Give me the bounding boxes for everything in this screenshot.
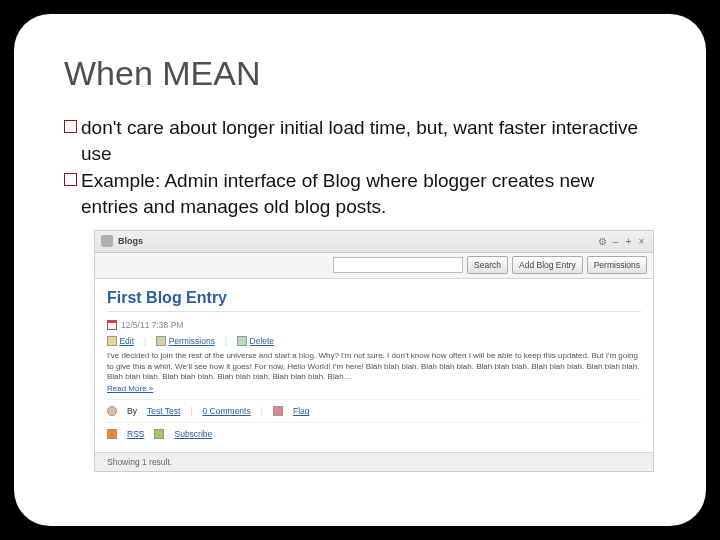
read-more-link[interactable]: Read More » (107, 384, 153, 393)
calendar-icon (107, 320, 117, 330)
entry-author-row: By Test Test | 0 Comments | Flag (107, 406, 641, 416)
maximize-icon[interactable]: + (623, 236, 634, 247)
add-blog-entry-button[interactable]: Add Blog Entry (512, 256, 583, 274)
rss-icon (107, 429, 117, 439)
entry-timestamp: 12/5/11 7:38 PM (121, 320, 183, 330)
entry-meta: 12/5/11 7:38 PM (107, 320, 641, 330)
portlet-header: Blogs ⚙ – + × (95, 231, 653, 253)
close-icon[interactable]: × (636, 236, 647, 247)
search-button[interactable]: Search (467, 256, 508, 274)
bullet-text: Example: Admin interface of Blog where b… (81, 168, 656, 219)
flag-icon (273, 406, 283, 416)
rss-link[interactable]: RSS (127, 429, 144, 439)
comments-link[interactable]: 0 Comments (203, 406, 251, 416)
minimize-icon[interactable]: – (610, 236, 621, 247)
subscribe-link[interactable]: Subscribe (174, 429, 212, 439)
bullet-marker-icon (64, 173, 77, 186)
blog-entry: First Blog Entry 12/5/11 7:38 PM Edit | … (95, 279, 653, 453)
edit-icon (107, 336, 117, 346)
portlet-title: Blogs (118, 236, 143, 246)
permissions-icon (156, 336, 166, 346)
bullet-item: don't care about longer initial load tim… (64, 115, 656, 166)
delete-icon (237, 336, 247, 346)
config-icon[interactable]: ⚙ (597, 236, 608, 247)
blog-toolbar: Search Add Blog Entry Permissions (95, 253, 653, 279)
edit-link[interactable]: Edit (119, 336, 134, 346)
bullet-item: Example: Admin interface of Blog where b… (64, 168, 656, 219)
bullet-marker-icon (64, 120, 77, 133)
blogs-icon (101, 235, 113, 247)
entry-actions: Edit | Permissions | Delete (107, 336, 641, 347)
subscribe-icon (154, 429, 164, 439)
flag-link[interactable]: Flag (293, 406, 310, 416)
divider (107, 422, 641, 423)
entry-body: I've decided to join the rest of the uni… (107, 351, 641, 382)
bullet-text: don't care about longer initial load tim… (81, 115, 656, 166)
permissions-link[interactable]: Permissions (169, 336, 215, 346)
bullet-list: don't care about longer initial load tim… (64, 115, 656, 220)
embedded-screenshot: Blogs ⚙ – + × Search Add Blog Entry Perm… (94, 230, 654, 473)
result-count: Showing 1 result. (95, 452, 653, 471)
divider (107, 399, 641, 400)
author-link[interactable]: Test Test (147, 406, 180, 416)
slide-title: When MEAN (64, 54, 656, 93)
delete-link[interactable]: Delete (250, 336, 275, 346)
user-icon (107, 406, 117, 416)
search-input[interactable] (333, 257, 463, 273)
slide-frame: When MEAN don't care about longer initia… (14, 14, 706, 526)
permissions-button[interactable]: Permissions (587, 256, 647, 274)
author-prefix: By (127, 406, 137, 416)
entry-title[interactable]: First Blog Entry (107, 289, 641, 312)
rss-row: RSS Subscribe (107, 429, 641, 439)
